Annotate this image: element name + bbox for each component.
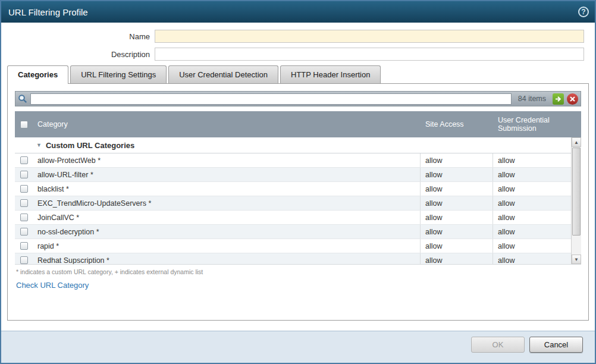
name-input[interactable] — [155, 30, 584, 43]
table-body: ▼ Custom URL Categories allow-ProtectWeb… — [15, 137, 581, 265]
row-checkbox-cell — [15, 253, 33, 265]
user-credential-submission-cell[interactable]: allow — [493, 168, 571, 181]
row-checkbox[interactable] — [20, 228, 28, 236]
user-credential-submission-cell[interactable]: allow — [493, 225, 571, 239]
header-scrollbar-spacer — [571, 111, 581, 137]
items-count: 84 items — [515, 95, 550, 103]
row-checkbox[interactable] — [20, 199, 28, 207]
tab-user-credential-detection[interactable]: User Credential Detection — [168, 65, 278, 83]
user-credential-submission-cell[interactable]: allow — [493, 253, 571, 265]
name-label: Name — [1, 32, 155, 41]
row-checkbox-cell — [15, 196, 33, 210]
dialog-body: Name Description Categories URL Filterin… — [1, 23, 595, 331]
tab-url-filtering-settings[interactable]: URL Filtering Settings — [70, 65, 167, 83]
group-row-custom-url-categories[interactable]: ▼ Custom URL Categories — [15, 137, 571, 153]
apply-filter-button[interactable] — [553, 93, 564, 105]
action-bar: OK Cancel — [1, 331, 595, 363]
cancel-button[interactable]: Cancel — [529, 337, 583, 353]
site-access-cell[interactable]: allow — [421, 211, 493, 224]
select-all-cell — [15, 111, 33, 137]
row-checkbox-cell — [15, 153, 33, 167]
row-checkbox-cell — [15, 168, 33, 181]
row-checkbox-cell — [15, 211, 33, 224]
categories-panel: 84 items Category Site Access User Crede… — [7, 83, 589, 321]
row-checkbox[interactable] — [20, 171, 28, 178]
scroll-up-button[interactable]: ▲ — [572, 137, 581, 147]
ok-button: OK — [471, 337, 525, 353]
row-checkbox[interactable] — [20, 256, 28, 264]
site-access-cell[interactable]: allow — [421, 239, 493, 253]
tab-categories[interactable]: Categories — [7, 65, 68, 84]
category-cell: Redhat Supscription * — [33, 253, 421, 265]
dialog-title: URL Filtering Profile — [8, 7, 88, 17]
table-rows: ▼ Custom URL Categories allow-ProtectWeb… — [15, 137, 571, 265]
select-all-checkbox[interactable] — [20, 121, 28, 128]
table-row[interactable]: allow-URL-filter * allow allow — [15, 168, 571, 182]
user-credential-submission-cell[interactable]: allow — [493, 239, 571, 253]
tab-http-header-insertion[interactable]: HTTP Header Insertion — [280, 65, 381, 83]
column-header-category[interactable]: Category — [33, 111, 421, 137]
site-access-cell[interactable]: allow — [421, 182, 493, 196]
group-collapse-icon[interactable]: ▼ — [36, 142, 42, 148]
scrollbar[interactable]: ▲ ▼ — [571, 137, 581, 264]
category-cell: allow-ProtectWeb * — [33, 153, 421, 167]
description-label: Description — [1, 50, 155, 59]
column-header-user-credential-submission[interactable]: User Credential Submission — [493, 111, 571, 137]
user-credential-submission-cell[interactable]: allow — [493, 182, 571, 196]
site-access-cell[interactable]: allow — [421, 168, 493, 181]
dialog-titlebar: URL Filtering Profile ? — [1, 1, 595, 23]
row-checkbox-cell — [15, 182, 33, 196]
description-input[interactable] — [155, 48, 584, 61]
table-row[interactable]: blacklist * allow allow — [15, 182, 571, 196]
table-row[interactable]: Redhat Supscription * allow allow — [15, 253, 571, 265]
category-cell: allow-URL-filter * — [33, 168, 421, 181]
tab-bar: Categories URL Filtering Settings User C… — [7, 65, 595, 83]
table-row[interactable]: allow-ProtectWeb * allow allow — [15, 153, 571, 168]
table-row[interactable]: rapid * allow allow — [15, 239, 571, 253]
check-url-category-link[interactable]: Check URL Category — [15, 281, 89, 290]
scrollbar-thumb[interactable] — [572, 148, 581, 236]
search-icon — [18, 94, 27, 103]
description-row: Description — [1, 48, 584, 61]
row-checkbox[interactable] — [20, 242, 28, 250]
row-checkbox[interactable] — [20, 185, 28, 193]
category-cell: EXC_TrendMicro-UpdateServers * — [33, 196, 421, 210]
table-row[interactable]: EXC_TrendMicro-UpdateServers * allow all… — [15, 196, 571, 211]
legend-note: * indicates a custom URL category, + ind… — [15, 268, 581, 275]
site-access-cell[interactable]: allow — [421, 196, 493, 210]
column-header-site-access[interactable]: Site Access — [421, 111, 493, 137]
table-row[interactable]: JoinCallVC * allow allow — [15, 211, 571, 225]
category-cell: JoinCallVC * — [33, 211, 421, 224]
user-credential-submission-cell[interactable]: allow — [493, 196, 571, 210]
row-checkbox-cell — [15, 225, 33, 239]
row-checkbox-cell — [15, 239, 33, 253]
site-access-cell[interactable]: allow — [421, 253, 493, 265]
filter-input[interactable] — [30, 93, 512, 105]
row-checkbox[interactable] — [20, 214, 28, 221]
category-cell: blacklist * — [33, 182, 421, 196]
clear-filter-button[interactable] — [567, 93, 578, 105]
url-filtering-profile-dialog: URL Filtering Profile ? Name Description… — [0, 0, 596, 364]
row-checkbox[interactable] — [20, 156, 28, 164]
group-header-label: Custom URL Categories — [46, 141, 134, 150]
user-credential-submission-cell[interactable]: allow — [493, 211, 571, 224]
category-cell: rapid * — [33, 239, 421, 253]
site-access-cell[interactable]: allow — [421, 153, 493, 167]
filter-toolbar: 84 items — [15, 91, 581, 106]
category-cell: no-ssl-decryption * — [33, 225, 421, 239]
table-row[interactable]: no-ssl-decryption * allow allow — [15, 225, 571, 239]
name-row: Name — [1, 30, 584, 43]
help-icon[interactable]: ? — [578, 7, 589, 17]
scroll-down-button[interactable]: ▼ — [572, 255, 581, 264]
site-access-cell[interactable]: allow — [421, 225, 493, 239]
table-header: Category Site Access User Credential Sub… — [15, 111, 581, 137]
user-credential-submission-cell[interactable]: allow — [493, 153, 571, 167]
